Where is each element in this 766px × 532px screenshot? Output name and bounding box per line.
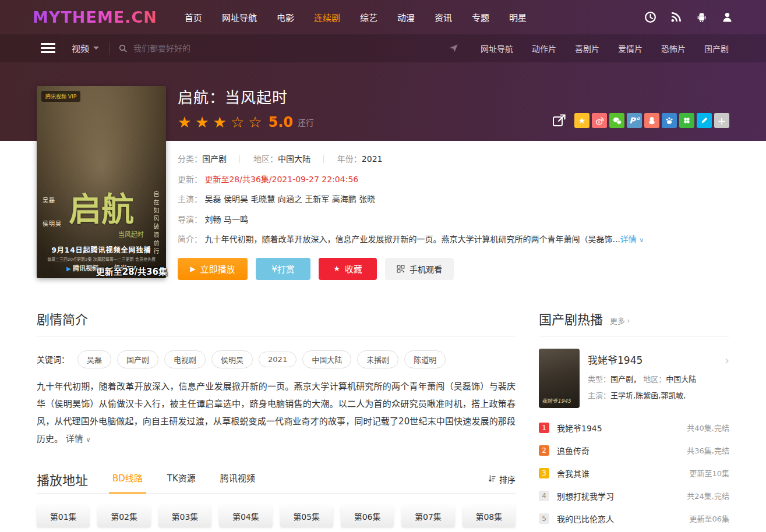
quicklink-domestic[interactable]: 国产剧 bbox=[695, 42, 738, 54]
rank-item-4[interactable]: 4 别想打扰我学习 共24集,完结 bbox=[539, 490, 729, 502]
write-share-icon[interactable] bbox=[697, 113, 712, 128]
rating-score: 5.0 bbox=[269, 114, 294, 130]
keyword-tag[interactable]: 2021 bbox=[259, 352, 296, 367]
keyword-tag[interactable]: 中国大陆 bbox=[302, 350, 351, 368]
category-value[interactable]: 国产剧 bbox=[202, 154, 227, 164]
favorite-button[interactable]: ★ 收藏 bbox=[319, 258, 377, 280]
nav-item-series-active[interactable]: 连续剧 bbox=[304, 11, 350, 23]
rank-badge: 3 bbox=[539, 468, 549, 478]
episode-button[interactable]: 第02集 bbox=[97, 505, 150, 527]
nav-item-site-nav[interactable]: 网址导航 bbox=[212, 11, 267, 23]
episode-button[interactable]: 第08集 bbox=[463, 505, 516, 527]
wechat-share-icon[interactable] bbox=[609, 113, 624, 128]
episode-button[interactable]: 第03集 bbox=[158, 505, 211, 527]
keyword-tag[interactable]: 电视剧 bbox=[164, 350, 206, 368]
cast-value[interactable]: 吴磊 侯明昊 毛晓慧 向涵之 王新军 高海鹏 张晓 bbox=[204, 194, 375, 204]
episode-button[interactable]: 第07集 bbox=[401, 505, 454, 527]
star-rating-icons[interactable]: ★★★☆☆ bbox=[178, 115, 266, 130]
tab-tencent-video[interactable]: 腾讯视频 bbox=[220, 471, 255, 493]
quicklink-comedy[interactable]: 喜剧片 bbox=[566, 42, 609, 54]
more-share-icon[interactable]: + bbox=[714, 113, 729, 128]
keyword-tag[interactable]: 陈道明 bbox=[404, 350, 446, 368]
weibo-share-icon[interactable] bbox=[592, 113, 607, 128]
sort-button[interactable]: 排序 bbox=[488, 473, 516, 493]
baidu-share-icon[interactable] bbox=[662, 113, 677, 128]
nav-item-home[interactable]: 首页 bbox=[175, 11, 212, 23]
nav-item-movies[interactable]: 电影 bbox=[267, 11, 304, 23]
clover-more-share-icon[interactable] bbox=[679, 113, 694, 128]
user-icon[interactable] bbox=[721, 11, 733, 23]
tab-bd-line[interactable]: BD线路 bbox=[112, 471, 143, 493]
share-icon[interactable] bbox=[551, 112, 567, 129]
channel-label: 视频 bbox=[72, 42, 89, 54]
nav-item-news[interactable]: 资讯 bbox=[425, 11, 462, 23]
episode-button[interactable]: 第06集 bbox=[341, 505, 394, 527]
nav-item-variety[interactable]: 综艺 bbox=[350, 11, 387, 23]
rss-icon[interactable] bbox=[670, 11, 682, 23]
cast-value: 王学圻,陈紫函,郭凯敏, bbox=[610, 391, 686, 400]
meta-row-director: 导演： 刘畅 马一鸣 bbox=[178, 214, 729, 226]
qq-share-icon[interactable] bbox=[644, 113, 659, 128]
search-input[interactable] bbox=[133, 44, 331, 53]
region-label: 地区： bbox=[643, 375, 666, 384]
rank-item-3[interactable]: 3 舍我其谁 更新至10集 bbox=[539, 467, 729, 479]
type-value: 国产剧， bbox=[610, 375, 641, 384]
rank-item-2[interactable]: 2 追鱼传奇 共36集,完结 bbox=[539, 445, 729, 456]
synopsis-paragraph: 九十年代初期，随着改革开放深入，信息产业发展掀开新的一页。燕京大学计算机研究所的… bbox=[37, 378, 516, 449]
director-value[interactable]: 刘畅 马一鸣 bbox=[204, 215, 248, 224]
rank-badge: 4 bbox=[539, 491, 549, 501]
tab-tk-source[interactable]: TK资源 bbox=[167, 471, 196, 493]
top-icons bbox=[644, 11, 733, 23]
year-value[interactable]: 2021 bbox=[362, 154, 383, 164]
sidebar-more-link[interactable]: 更多› bbox=[610, 315, 630, 326]
play-button[interactable]: ▶ 立即播放 bbox=[178, 258, 248, 280]
quicklink-horror[interactable]: 恐怖片 bbox=[652, 42, 695, 54]
chevron-down-icon[interactable]: ∨ bbox=[639, 236, 644, 244]
synopsis-more-link[interactable]: 详情 bbox=[66, 434, 83, 444]
poster-schedule-line: 首周二三四20点更新2集 次周起每周一二三更新 会员抢先看 bbox=[37, 256, 166, 262]
reward-button[interactable]: ¥打赏 bbox=[256, 258, 310, 280]
quicklink-action[interactable]: 动作片 bbox=[523, 42, 566, 54]
episode-button[interactable]: 第01集 bbox=[37, 505, 90, 527]
history-icon[interactable] bbox=[644, 11, 656, 23]
rank-item-5[interactable]: 5 我的巴比伦恋人 更新至06集 bbox=[539, 513, 729, 524]
episode-button[interactable]: 第04集 bbox=[219, 505, 272, 527]
meta-row-update: 更新： 更新至28/共36集/2021-09-27 22:04:56 bbox=[178, 174, 729, 186]
sort-icon bbox=[488, 474, 496, 483]
paper-plane-icon[interactable] bbox=[449, 43, 458, 53]
keyword-tag[interactable]: 未播剧 bbox=[357, 350, 398, 368]
intro-more-link[interactable]: 详情 bbox=[620, 235, 637, 244]
paipai-share-icon[interactable]: P° bbox=[627, 113, 642, 128]
region-label: 地区： bbox=[253, 154, 278, 164]
poster-subtitle: 当风起时 bbox=[118, 229, 144, 239]
poster-actor-2: 侯明昊 bbox=[43, 219, 62, 228]
android-icon[interactable] bbox=[696, 11, 708, 23]
keyword-tag[interactable]: 国产剧 bbox=[117, 350, 158, 368]
chevron-down-icon[interactable]: ∨ bbox=[86, 436, 91, 444]
featured-title[interactable]: 我姥爷1945 bbox=[588, 352, 729, 367]
keyword-tag[interactable]: 侯明昊 bbox=[211, 350, 253, 368]
featured-card[interactable]: 我姥爷1945 我姥爷1945 › 类型：国产剧， 地区：中国大陆 主演：王学圻… bbox=[539, 349, 729, 408]
nav-item-topics[interactable]: 专题 bbox=[462, 11, 499, 23]
quicklink-romance[interactable]: 爱情片 bbox=[609, 42, 652, 54]
nav-item-stars[interactable]: 明星 bbox=[499, 11, 536, 23]
nav-item-anime[interactable]: 动漫 bbox=[387, 11, 425, 23]
keyword-tag[interactable]: 吴磊 bbox=[77, 350, 111, 368]
hamburger-menu-icon[interactable] bbox=[41, 41, 55, 55]
site-logo[interactable]: MYTHEME.CN bbox=[33, 8, 157, 26]
play-icon: ▶ bbox=[190, 265, 195, 273]
qzone-share-icon[interactable]: ★ bbox=[574, 113, 589, 128]
rank-item-1[interactable]: 1 我姥爷1945 共40集,完结 bbox=[539, 422, 729, 434]
channel-select[interactable]: 视频 bbox=[72, 42, 99, 54]
quicklink-site-nav[interactable]: 网址导航 bbox=[471, 42, 523, 54]
region-value[interactable]: 中国大陆 bbox=[278, 154, 310, 164]
episode-button[interactable]: 第05集 bbox=[280, 505, 333, 527]
page: MYTHEME.CN 首页 网址导航 电影 连续剧 综艺 动漫 资讯 专题 明星 bbox=[0, 0, 766, 532]
meta-row-cast: 主演： 吴磊 侯明昊 毛晓慧 向涵之 王新军 高海鹏 张晓 bbox=[178, 194, 729, 205]
mobile-watch-button[interactable]: 手机观看 bbox=[385, 258, 454, 280]
rank-badge: 5 bbox=[539, 513, 549, 524]
poster[interactable]: 腾讯视频 VIP 吴磊 侯明昊 启航 当风起时 自在如风破浪前行 9月14日起腾… bbox=[37, 86, 166, 278]
divider bbox=[323, 155, 324, 163]
intro-label: 简介： bbox=[178, 235, 202, 244]
sidebar: 国产剧热播 更多› 我姥爷1945 我姥爷1945 › 类型：国产剧， 地区：中… bbox=[539, 309, 729, 532]
